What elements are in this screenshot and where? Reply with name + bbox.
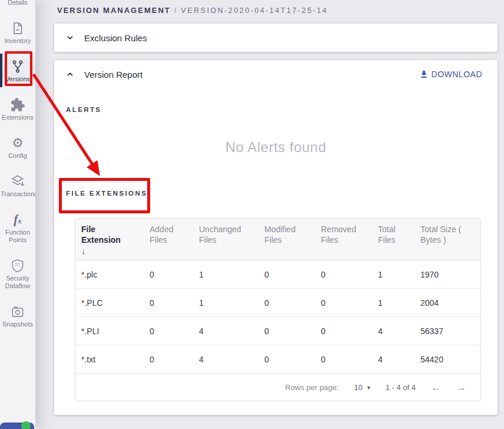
column-header-total: Total Files <box>372 219 415 260</box>
download-label: DOWNLOAD <box>432 70 482 79</box>
cell-total: 4 <box>372 355 415 364</box>
shield-icon <box>10 258 25 273</box>
cell-modified: 0 <box>258 270 315 279</box>
cell-total: 1 <box>372 298 415 308</box>
column-header-file_extension[interactable]: File Extension↓ <box>75 219 144 260</box>
cell-added: 0 <box>144 355 193 364</box>
cell-file_extension: *.txt <box>75 355 144 364</box>
cell-modified: 0 <box>258 355 315 364</box>
table-body: *.plc010011970*.PLC010012004*.PLI0400456… <box>75 260 480 374</box>
sort-descending-icon: ↓ <box>81 246 140 256</box>
breadcrumb-current: VERSION-2020-04-14T17-25-14 <box>181 6 328 15</box>
version-report-panel-header[interactable]: Version Report DOWNLOAD <box>54 60 498 88</box>
sidebar-item-extensions[interactable]: Extensions <box>0 97 35 121</box>
sidebar-nav: DetailsInventoryVersionsExtensions⚙Confi… <box>0 0 35 342</box>
cell-unchanged: 1 <box>193 298 258 308</box>
table-row: *.txt0400454420 <box>75 345 480 374</box>
sidebar-item-label: Config <box>8 152 27 160</box>
cell-unchanged: 4 <box>193 355 258 364</box>
exclusion-rules-title: Exclusion Rules <box>84 33 147 43</box>
file-extensions-table: File Extension↓Added FilesUnchanged File… <box>75 218 481 401</box>
cell-modified: 0 <box>258 298 315 308</box>
column-header-total_size: Total Size ( Bytes ) <box>415 219 480 260</box>
cell-file_extension: *.PLI <box>75 326 144 336</box>
gear-icon: ⚙ <box>12 136 24 151</box>
dropdown-caret-icon: ▾ <box>367 384 370 391</box>
table-header-row: File Extension↓Added FilesUnchanged File… <box>75 219 480 260</box>
breadcrumb-separator: / <box>174 6 178 15</box>
cell-unchanged: 4 <box>193 326 258 336</box>
version-report-title: Version Report <box>84 70 142 80</box>
fx-icon: fx <box>14 212 22 227</box>
table-row: *.PLI0400456337 <box>75 317 480 345</box>
cell-total: 4 <box>372 326 415 336</box>
rows-per-page-select[interactable]: 10 ▾ <box>354 383 370 392</box>
rows-per-page-value: 10 <box>354 383 362 392</box>
main-content: VERSION MANAGEMENT/VERSION-2020-04-14T17… <box>54 0 498 415</box>
sidebar-item-function-points[interactable]: fxFunction Points <box>0 212 35 244</box>
chevron-down-icon <box>66 34 74 42</box>
sidebar-item-label: Inventory <box>4 37 31 45</box>
cell-removed: 0 <box>315 355 372 364</box>
pagination-range: 1 - 4 of 4 <box>386 383 416 392</box>
layers-icon <box>10 174 25 189</box>
download-icon <box>419 70 429 79</box>
version-report-panel: Version Report DOWNLOAD ALERTS No Alerts… <box>54 60 498 415</box>
rows-per-page-label: Rows per page: <box>285 383 339 392</box>
cell-total_size: 1970 <box>415 270 480 279</box>
breadcrumb-section[interactable]: VERSION MANAGEMENT <box>57 6 171 15</box>
camera-icon <box>10 304 25 319</box>
sidebar-item-label: Security Dataflow <box>1 275 35 290</box>
column-header-unchanged: Unchanged Files <box>193 219 258 260</box>
cell-file_extension: *.plc <box>75 270 144 279</box>
alerts-empty-state: No Alerts found <box>54 139 498 156</box>
cell-added: 0 <box>144 298 193 308</box>
cell-total_size: 56337 <box>415 326 480 336</box>
cell-total: 1 <box>372 270 415 279</box>
sidebar-item-security-dataflow[interactable]: Security Dataflow <box>0 258 35 290</box>
column-header-modified: Modified Files <box>258 219 315 260</box>
sidebar-item-config[interactable]: ⚙Config <box>0 136 35 160</box>
exclusion-rules-panel-header[interactable]: Exclusion Rules <box>54 24 498 52</box>
table-row: *.PLC010012004 <box>75 289 480 317</box>
sidebar-item-inventory[interactable]: Inventory <box>0 21 35 45</box>
cell-added: 0 <box>144 326 193 336</box>
sidebar-item-label: Snapshots <box>2 321 33 328</box>
sidebar-item-snapshots[interactable]: Snapshots <box>0 304 35 328</box>
download-button[interactable]: DOWNLOAD <box>419 70 482 79</box>
table-pagination: Rows per page: 10 ▾ 1 - 4 of 4 ← → <box>75 374 480 401</box>
cell-removed: 0 <box>315 298 372 308</box>
previous-page-button[interactable]: ← <box>431 382 441 392</box>
sidebar-item-details[interactable]: Details <box>0 0 35 6</box>
puzzle-icon <box>10 97 25 113</box>
file-extensions-heading: FILE EXTENSIONS <box>66 190 498 197</box>
sidebar: DetailsInventoryVersionsExtensions⚙Confi… <box>0 0 35 429</box>
cell-total_size: 54420 <box>415 355 480 364</box>
sidebar-item-versions[interactable]: Versions <box>0 59 35 83</box>
sidebar-item-label: Versions <box>5 75 30 83</box>
next-page-button[interactable]: → <box>456 382 466 392</box>
cell-modified: 0 <box>258 326 315 336</box>
cell-removed: 0 <box>315 326 372 336</box>
sidebar-item-transactions[interactable]: Transactions <box>0 174 35 198</box>
alerts-heading: ALERTS <box>66 106 498 113</box>
table-row: *.plc010011970 <box>75 260 480 289</box>
column-header-added: Added Files <box>144 219 193 260</box>
chevron-up-icon <box>66 70 74 78</box>
cell-removed: 0 <box>315 270 372 279</box>
cell-total_size: 2004 <box>415 298 480 308</box>
cell-file_extension: *.PLC <box>75 298 144 308</box>
sidebar-item-label: Extensions <box>2 114 34 121</box>
sidebar-item-label: Function Points <box>1 229 35 244</box>
chat-status-dot <box>21 421 31 429</box>
column-header-removed: Removed Files <box>315 219 372 260</box>
sidebar-item-label: Details <box>8 0 28 6</box>
breadcrumb: VERSION MANAGEMENT/VERSION-2020-04-14T17… <box>54 0 498 15</box>
sidebar-item-label: Transactions <box>1 190 35 198</box>
git-branch-icon <box>10 59 25 74</box>
inventory-document-icon <box>10 21 25 36</box>
cell-added: 0 <box>144 270 193 279</box>
cell-unchanged: 1 <box>193 270 258 279</box>
